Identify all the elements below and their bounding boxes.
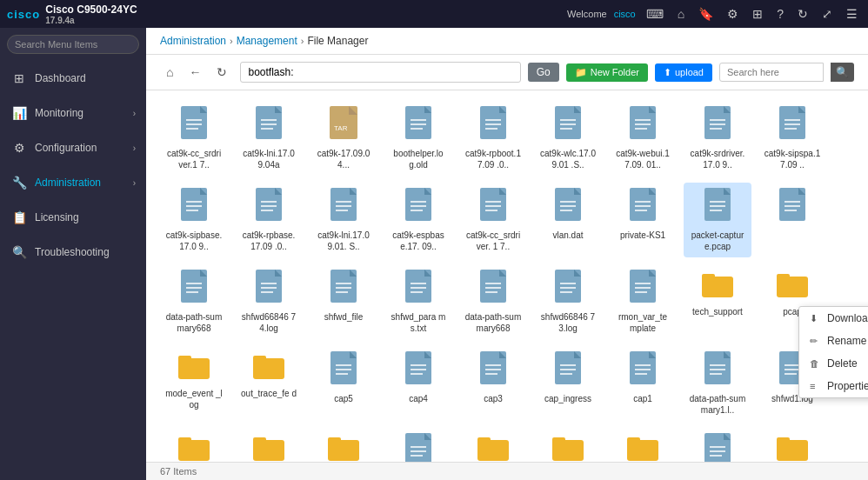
file-item[interactable]: cat9k-sipbase.17.0 9.. xyxy=(160,183,228,257)
refresh-icon[interactable]: ↻ xyxy=(794,5,811,23)
sidebar-item-troubleshooting[interactable]: 🔍 Troubleshooting xyxy=(0,235,146,270)
sidebar-item-licensing[interactable]: 📋 Licensing xyxy=(0,200,146,235)
search-here-input[interactable] xyxy=(719,63,824,82)
file-item[interactable] xyxy=(684,428,751,462)
file-name: cap5 xyxy=(334,393,353,404)
file-item[interactable]: boothelper.lo g.old xyxy=(384,101,452,176)
file-item[interactable]: shfwd_para ms.txt xyxy=(384,264,452,339)
folder-icon xyxy=(552,433,584,462)
file-item[interactable] xyxy=(534,428,602,462)
search-here-button[interactable]: 🔍 xyxy=(831,63,854,82)
sidebar: ⊞ Dashboard 📊 Monitoring › ⚙ Configurati… xyxy=(0,28,146,480)
file-item[interactable]: cat9k-rpboot.17.09 .0.. xyxy=(459,101,527,176)
file-name: out_trace_fe d xyxy=(241,388,297,399)
folder-icon xyxy=(627,433,658,462)
file-item[interactable]: mode_event _log xyxy=(160,346,228,421)
expand-icon[interactable]: ⤢ xyxy=(818,5,836,23)
file-item[interactable]: private-KS1 xyxy=(609,183,677,257)
file-item[interactable]: cap4 xyxy=(384,346,452,421)
search-input[interactable] xyxy=(7,35,139,54)
breadcrumb-administration[interactable]: Administration xyxy=(160,35,226,47)
keyboard-icon[interactable]: ⌨ xyxy=(643,5,667,23)
home-topbar-icon[interactable]: ⌂ xyxy=(674,5,688,23)
file-item[interactable]: Tbot xyxy=(310,428,377,462)
file-item[interactable]: onep xyxy=(235,428,303,462)
file-item[interactable]: out_trace_fe d xyxy=(235,346,303,421)
file-item[interactable]: tech_support xyxy=(684,264,751,339)
file-item[interactable]: shfwd_file xyxy=(310,264,377,339)
file-item[interactable]: cat9k-lni.17.09.01. S.. xyxy=(310,183,377,257)
file-item[interactable]: cap_ingress xyxy=(534,346,602,421)
help-icon[interactable]: ? xyxy=(773,5,787,23)
file-item[interactable]: cap1 xyxy=(609,346,677,421)
settings-icon[interactable]: ⚙ xyxy=(724,5,742,23)
file-item[interactable]: shfwd66846 73.log xyxy=(534,264,602,339)
file-item[interactable]: data-path-summary1.l.. xyxy=(684,346,751,421)
sidebar-item-monitoring[interactable]: 📊 Monitoring › xyxy=(0,96,146,130)
sidebar-item-label: Dashboard xyxy=(35,72,86,84)
file-item[interactable] xyxy=(384,428,452,462)
file-item[interactable]: packet-capture.pcap xyxy=(684,183,751,257)
folder-icon xyxy=(178,351,210,384)
file-name: cat9k-17.09.04... xyxy=(315,148,372,170)
file-item[interactable]: data-path-summary668 xyxy=(160,264,228,339)
context-menu-item-properties[interactable]: ≡Properties xyxy=(799,375,868,397)
go-button[interactable]: Go xyxy=(528,63,559,82)
svg-rect-125 xyxy=(702,274,715,279)
svg-rect-172 xyxy=(178,437,191,443)
refresh-button[interactable]: ↻ xyxy=(210,62,233,83)
file-item[interactable]: TARcat9k-17.09.04... xyxy=(310,101,377,176)
file-item[interactable]: shfwd66846 74.log xyxy=(235,264,303,339)
sidebar-item-administration[interactable]: 🔧 Administration › xyxy=(0,165,146,200)
file-item[interactable]: cap3 xyxy=(459,346,527,421)
new-folder-button[interactable]: 📁 New Folder xyxy=(566,63,648,82)
file-item[interactable]: cap5 xyxy=(310,346,377,421)
file-name: shfwd_para ms.txt xyxy=(390,311,447,334)
file-item[interactable]: rmon_var_te mplate xyxy=(609,264,677,339)
file-item[interactable]: cat9k-cc_srdriver. 1 7.. xyxy=(459,183,527,257)
upload-label: upload xyxy=(675,67,704,77)
svg-rect-128 xyxy=(777,274,790,279)
breadcrumb-management[interactable]: Management xyxy=(237,35,297,47)
back-button[interactable]: ← xyxy=(183,62,207,83)
file-item[interactable]: cat9k-lni.17.09.04a xyxy=(235,101,303,176)
file-item[interactable] xyxy=(758,428,826,462)
file-icon xyxy=(331,351,357,390)
chevron-right-icon: › xyxy=(133,178,136,188)
main-layout: ⊞ Dashboard 📊 Monitoring › ⚙ Configurati… xyxy=(0,28,868,480)
file-name: data-path-summary1.l.. xyxy=(689,393,746,416)
file-item[interactable]: data-path-summary668 xyxy=(459,264,527,339)
file-name: cat9k-cc_srdriver. 1 7.. xyxy=(464,230,522,252)
file-icon xyxy=(555,270,581,308)
sidebar-item-configuration[interactable]: ⚙ Configuration › xyxy=(0,130,146,165)
context-menu-item-delete[interactable]: 🗑Delete xyxy=(799,352,868,375)
grid-icon[interactable]: ⊞ xyxy=(749,5,766,23)
home-button[interactable]: ⌂ xyxy=(160,62,179,83)
menu-icon[interactable]: ☰ xyxy=(843,5,861,23)
file-item[interactable]: cat9k-srdriver.17.0 9.. xyxy=(684,101,751,176)
file-item[interactable] xyxy=(609,428,677,462)
svg-rect-200 xyxy=(777,437,790,443)
file-name: cat9k-lni.17.09.01. S.. xyxy=(315,230,372,252)
sidebar-item-dashboard[interactable]: ⊞ Dashboard xyxy=(0,61,146,96)
file-item[interactable]: cat9k-espbase.17. 09.. xyxy=(384,183,452,257)
context-menu-item-download[interactable]: ⬇Download xyxy=(799,307,868,330)
file-name: shfwd66846 73.log xyxy=(539,311,597,334)
file-item[interactable] xyxy=(758,183,826,257)
file-item[interactable]: cat9k-sipspa.17.09 .. xyxy=(758,101,826,176)
folder-icon xyxy=(777,433,808,462)
file-item[interactable]: cat9k-wlc.17.09.01 .S.. xyxy=(534,101,602,176)
bookmarks-icon[interactable]: 🔖 xyxy=(695,5,717,23)
file-item[interactable]: cat9k-rpbase.17.09 .0.. xyxy=(235,183,303,257)
upload-button[interactable]: ⬆ upload xyxy=(655,63,712,82)
file-icon xyxy=(779,188,805,226)
file-item[interactable]: vlan.dat xyxy=(534,183,602,257)
file-item[interactable] xyxy=(459,428,527,462)
file-item[interactable]: cat9k-cc_srdriver.1 7.. xyxy=(160,101,228,176)
context-menu-item-rename[interactable]: ✏Rename xyxy=(799,330,868,352)
path-input[interactable] xyxy=(240,62,520,83)
file-item[interactable]: pnp-tech xyxy=(160,428,228,462)
file-icon xyxy=(405,433,431,462)
svg-rect-178 xyxy=(328,437,341,443)
file-item[interactable]: cat9k-webui.17.09. 01.. xyxy=(609,101,677,176)
